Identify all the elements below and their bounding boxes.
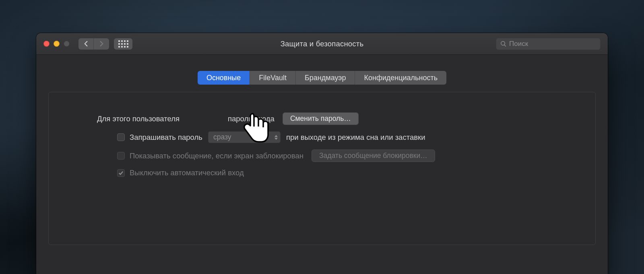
chevron-left-icon [84,41,88,47]
minimize-button[interactable] [54,41,60,47]
require-password-after-label: при выходе из режима сна или заставки [286,133,425,142]
tab-privacy[interactable]: Конфиденциальность [355,71,446,85]
stepper-arrows-icon [275,135,278,140]
titlebar: Защита и безопасность [36,33,608,55]
disable-auto-login-label: Выключить автоматический вход [130,168,244,177]
login-password-prefix: Для этого пользователя [97,114,180,123]
search-icon [500,41,507,47]
content-area: Основные FileVault Брандмауэр Конфиденци… [36,55,608,245]
close-button[interactable] [43,41,50,47]
show-lock-message-row: Показывать сообщение, если экран заблоки… [97,149,547,162]
disable-auto-login-row: Выключить автоматический вход [97,168,547,177]
back-button[interactable] [78,38,94,50]
checkmark-icon [118,170,124,176]
grid-icon [118,40,128,48]
window-title: Защита и безопасность [281,39,364,48]
login-password-row: Для этого пользователя пароль входа Смен… [97,112,547,125]
general-panel: Для этого пользователя пароль входа Смен… [48,92,596,245]
window-controls [43,41,70,47]
zoom-button [64,41,70,47]
chevron-right-icon [99,41,104,47]
search-input[interactable] [509,40,596,48]
require-password-checkbox[interactable] [117,133,125,141]
require-password-row: Запрашивать пароль сразу при выходе из р… [97,131,547,143]
tab-firewall[interactable]: Брандмауэр [296,71,355,85]
cursor-hand-icon [241,110,270,147]
search-field[interactable] [496,38,601,50]
require-password-label: Запрашивать пароль [130,133,202,142]
disable-auto-login-checkbox [117,169,125,177]
set-lock-message-button: Задать сообщение блокировки… [312,149,435,162]
forward-button [94,38,109,50]
tab-general[interactable]: Основные [198,71,250,85]
change-password-button[interactable]: Сменить пароль… [283,112,359,125]
show-lock-message-label: Показывать сообщение, если экран заблоки… [130,152,303,160]
nav-buttons [78,38,109,50]
show-all-button[interactable] [114,38,132,50]
require-password-delay-value: сразу [213,133,231,141]
tab-bar: Основные FileVault Брандмауэр Конфиденци… [48,71,596,85]
show-lock-message-checkbox [117,152,125,160]
tab-filevault[interactable]: FileVault [250,71,296,85]
security-preferences-window: Защита и безопасность Основные FileVault… [36,33,608,274]
